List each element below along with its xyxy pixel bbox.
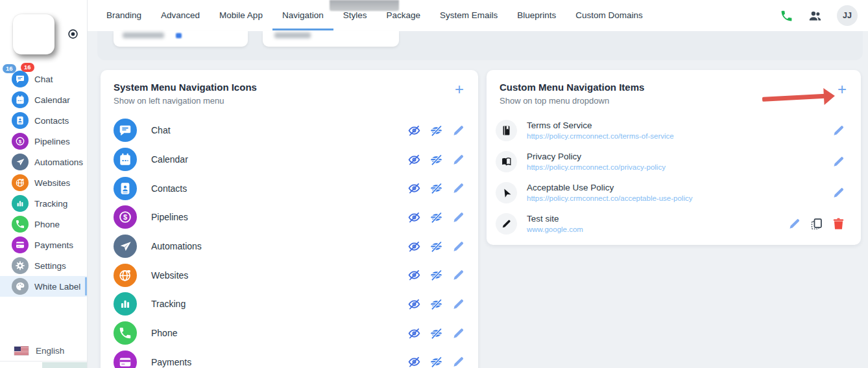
edit-pencil-icon[interactable] — [832, 124, 845, 137]
sidebar-item-calendar[interactable]: Calendar — [0, 89, 87, 110]
delete-trash-icon[interactable] — [832, 217, 845, 231]
sidebar-item-label: Chat — [34, 75, 53, 84]
edit-pencil-icon[interactable] — [452, 181, 465, 195]
copy-icon[interactable] — [810, 217, 823, 231]
eye-off-striped-icon[interactable] — [429, 181, 443, 195]
edit-pencil-icon[interactable] — [452, 268, 465, 282]
custom-menu-item-privacy-policy: Privacy Policyhttps://policy.crmconnect.… — [496, 146, 845, 177]
sidebar-bottom-strip — [42, 362, 87, 368]
sidebar-item-white-label[interactable]: White Label — [0, 276, 87, 297]
sidebar-item-websites[interactable]: Websites — [0, 172, 87, 193]
edit-pencil-icon[interactable] — [452, 124, 465, 137]
eye-off-icon[interactable] — [407, 355, 421, 368]
system-menu-row-contacts: Contacts — [114, 174, 465, 203]
sidebar-item-settings[interactable]: Settings — [0, 255, 87, 276]
sidebar-item-chat[interactable]: 1616Chat — [0, 69, 87, 89]
custom-item-url[interactable]: https://policy.crmconnect.co/privacy-pol… — [527, 163, 666, 171]
edit-pencil-icon[interactable] — [788, 217, 801, 231]
chat-icon — [114, 119, 137, 142]
eye-off-striped-icon[interactable] — [429, 297, 443, 311]
notification-badge: 16 — [3, 64, 16, 73]
tab-advanced[interactable]: Advanced — [151, 1, 210, 30]
system-menu-panel: System Menu Navigation Icons Show on lef… — [101, 70, 478, 368]
eye-off-striped-icon[interactable] — [429, 240, 443, 253]
eye-off-icon[interactable] — [407, 240, 421, 253]
sidebar-item-automations[interactable]: Automations — [0, 152, 87, 172]
eye-off-icon[interactable] — [407, 153, 421, 167]
edit-pencil-icon[interactable] — [452, 355, 465, 368]
custom-item-url[interactable]: https://policy.crmconnect.co/terms-of-se… — [527, 132, 674, 140]
row-actions — [788, 217, 845, 231]
tab-navigation[interactable]: Navigation — [272, 1, 333, 30]
custom-menu-items: Terms of Servicehttps://policy.crmconnec… — [487, 115, 861, 239]
sidebar-item-payments[interactable]: Payments — [0, 235, 87, 255]
avatar[interactable]: JJ — [837, 5, 858, 26]
row-actions — [407, 211, 465, 224]
sidebar-item-pipelines[interactable]: $Pipelines — [0, 131, 87, 152]
edit-pencil-icon[interactable] — [452, 327, 465, 340]
edit-pencil-icon[interactable] — [452, 211, 465, 224]
tab-system-emails[interactable]: System Emails — [430, 1, 507, 30]
tab-custom-domains[interactable]: Custom Domains — [566, 1, 653, 30]
sidebar-item-phone[interactable]: Phone — [0, 214, 87, 235]
custom-item-url[interactable]: https://policy.crmconnect.co/acceptable-… — [527, 194, 692, 202]
sidebar-item-tracking[interactable]: Tracking — [0, 193, 87, 214]
eye-off-icon[interactable] — [407, 181, 421, 195]
globe-icon — [12, 174, 29, 191]
language-label: English — [36, 346, 64, 356]
dollar-icon: $ — [12, 133, 29, 150]
add-system-item-button[interactable]: + — [455, 83, 464, 96]
language-selector[interactable]: English — [0, 341, 87, 362]
custom-item-url[interactable]: www.google.com — [527, 225, 583, 233]
logo-radio-icon[interactable] — [67, 29, 78, 40]
eye-off-striped-icon[interactable] — [429, 268, 443, 282]
previous-section-remnant — [97, 31, 863, 60]
system-menu-row-calendar: Calendar — [114, 145, 465, 174]
eye-off-striped-icon[interactable] — [429, 355, 443, 368]
eye-off-striped-icon[interactable] — [429, 124, 443, 137]
open-book-icon — [496, 151, 517, 172]
topbar-actions: JJ — [780, 0, 868, 31]
contacts-icon — [114, 177, 137, 200]
send-icon — [114, 235, 137, 258]
brand-logo[interactable] — [13, 14, 54, 54]
users-icon[interactable] — [808, 9, 822, 23]
custom-item-title: Terms of Service — [527, 121, 674, 130]
sidebar-item-label: Phone — [34, 220, 60, 229]
edit-pencil-icon[interactable] — [452, 153, 465, 167]
sidebar-item-label: White Label — [34, 282, 80, 292]
eye-off-striped-icon[interactable] — [429, 211, 443, 224]
system-menu-row-label: Tracking — [151, 299, 186, 309]
phone-icon[interactable] — [780, 9, 793, 23]
tab-branding[interactable]: Branding — [97, 1, 151, 30]
eye-off-icon[interactable] — [407, 211, 421, 224]
eye-off-striped-icon[interactable] — [429, 153, 443, 167]
system-menu-row-pipelines: $Pipelines — [114, 203, 465, 232]
bar-chart-icon — [12, 195, 29, 212]
edit-pencil-icon[interactable] — [832, 186, 845, 200]
notification-badge: 16 — [21, 63, 34, 72]
eye-off-icon[interactable] — [407, 268, 421, 282]
row-actions — [832, 124, 845, 137]
contacts-icon — [12, 112, 29, 129]
edit-pencil-icon[interactable] — [452, 240, 465, 253]
system-menu-row-label: Payments — [151, 357, 191, 367]
tab-mobile-app[interactable]: Mobile App — [210, 1, 272, 30]
gear-icon — [12, 257, 29, 274]
eye-off-icon[interactable] — [407, 124, 421, 137]
custom-item-title: Privacy Policy — [527, 152, 666, 161]
custom-menu-panel-header: Custom Menu Navigation Items Show on top… — [487, 70, 861, 106]
add-custom-item-button[interactable]: + — [838, 83, 847, 96]
edit-pencil-icon[interactable] — [452, 297, 465, 311]
eye-off-icon[interactable] — [407, 297, 421, 311]
sidebar-item-contacts[interactable]: Contacts — [0, 110, 87, 131]
system-menu-row-tracking: Tracking — [114, 290, 465, 319]
system-menu-panel-header: System Menu Navigation Icons Show on lef… — [101, 70, 478, 106]
sidebar-item-label: Contacts — [34, 116, 69, 126]
eye-off-striped-icon[interactable] — [429, 327, 443, 340]
eye-off-icon[interactable] — [407, 327, 421, 340]
edit-pencil-icon[interactable] — [832, 155, 845, 168]
custom-menu-item-test-site: Test sitewww.google.com — [496, 208, 845, 239]
scrolled-card-remnant — [114, 31, 248, 47]
tab-blueprints[interactable]: Blueprints — [507, 1, 566, 30]
